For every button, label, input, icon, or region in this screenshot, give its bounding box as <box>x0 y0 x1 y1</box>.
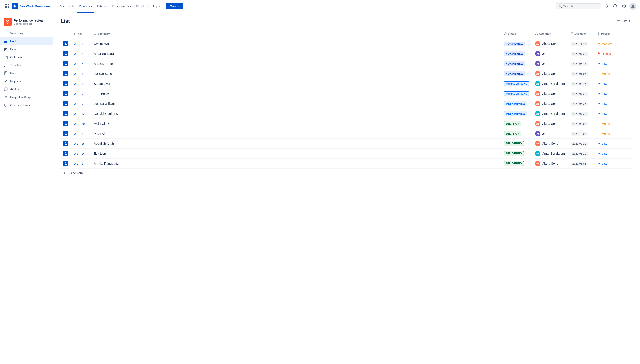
cell-summary[interactable]: Stefanie Auer <box>91 79 501 89</box>
cell-summary[interactable]: Jie Yan Song <box>91 69 501 79</box>
status-badge[interactable]: DECISION <box>504 121 521 126</box>
cell-key[interactable]: WDP-12 <box>71 109 91 119</box>
issue-key[interactable]: WDP-7 <box>74 62 83 66</box>
grid-icon[interactable] <box>4 3 10 9</box>
cell-priority[interactable]: Low <box>595 99 621 109</box>
nav-apps[interactable]: Apps ▾ <box>150 3 164 9</box>
cell-assignee[interactable]: AS Alana Song <box>532 159 568 169</box>
create-button[interactable]: Create <box>166 3 183 9</box>
cell-status[interactable]: FOR REVIEW <box>501 39 532 49</box>
cell-status[interactable]: MANAGER REV... <box>501 79 532 89</box>
cell-summary[interactable]: Donald Stephens <box>91 109 501 119</box>
issue-key[interactable]: WDP-16 <box>74 152 85 155</box>
nav-dashboards[interactable]: Dashboards ▾ <box>110 3 133 9</box>
cell-duedate[interactable]: 2021-01-05 <box>568 69 595 79</box>
cell-summary[interactable]: Amar Sundaram <box>91 49 501 59</box>
nav-filters[interactable]: Filters ▾ <box>95 3 110 9</box>
cell-assignee[interactable]: AS Alana Song <box>532 69 568 79</box>
cell-summary[interactable]: Phan Kim <box>91 129 501 139</box>
cell-priority[interactable]: Low <box>595 89 621 99</box>
issue-key[interactable]: WDP-10 <box>74 122 85 126</box>
cell-assignee[interactable]: AS Alana Song <box>532 99 568 109</box>
user-avatar[interactable] <box>629 3 636 10</box>
status-badge[interactable]: FOR REVIEW <box>504 42 525 46</box>
cell-summary[interactable]: Andres Ramos <box>91 59 501 69</box>
cell-duedate[interactable]: 2021-09-13 <box>568 139 595 149</box>
settings-button[interactable] <box>620 3 627 10</box>
cell-status[interactable]: FOR REVIEW <box>501 69 532 79</box>
cell-status[interactable]: DECISION <box>501 119 532 129</box>
cell-key[interactable]: WDP-9 <box>71 89 91 99</box>
cell-priority[interactable]: Low <box>595 159 621 169</box>
cell-duedate[interactable]: 2021-07-24 <box>568 49 595 59</box>
cell-key[interactable]: WDP-8 <box>71 69 91 79</box>
cell-duedate[interactable]: 2021-07-23 <box>568 109 595 119</box>
col-header-summary[interactable]: Summary <box>91 29 501 39</box>
cell-summary[interactable]: Abdullah Ibrahim <box>91 139 501 149</box>
col-header-duedate[interactable]: Due date <box>568 29 595 39</box>
cell-key[interactable]: WDP-17 <box>71 159 91 169</box>
cell-assignee[interactable]: AS Amar Sundaram <box>532 149 568 159</box>
cell-duedate[interactable]: 2021-03-15 <box>568 79 595 89</box>
cell-priority[interactable]: Highest <box>595 49 621 59</box>
cell-summary[interactable]: Molly Clark <box>91 119 501 129</box>
issue-key[interactable]: WDP-12 <box>74 112 85 116</box>
sidebar-item-timeline[interactable]: Timeline <box>0 61 53 69</box>
issue-key[interactable]: WDP-15 <box>74 142 85 146</box>
nav-people[interactable]: People ▾ <box>134 3 150 9</box>
cell-assignee[interactable]: JY Jie Yan <box>532 49 568 59</box>
issue-key[interactable]: WDP-8 <box>74 72 83 76</box>
sidebar-item-list[interactable]: List <box>0 37 53 45</box>
cell-duedate[interactable]: 2021-01-10 <box>568 149 595 159</box>
issue-key[interactable]: WDP-9 <box>74 102 83 106</box>
cell-status[interactable]: DELIVERED <box>501 139 532 149</box>
cell-priority[interactable]: Medium <box>595 39 621 49</box>
status-badge[interactable]: PEER REVIEW <box>504 111 527 116</box>
cell-status[interactable]: MANAGER REV... <box>501 89 532 99</box>
cell-priority[interactable]: Medium <box>595 69 621 79</box>
cell-duedate[interactable]: 2021-10-03 <box>568 129 595 139</box>
issue-key[interactable]: WDP-2 <box>74 52 83 56</box>
sidebar-item-add-item[interactable]: Add item <box>0 85 53 93</box>
cell-priority[interactable]: Low <box>595 79 621 89</box>
cell-summary[interactable]: Fran Perez <box>91 89 501 99</box>
add-column-button[interactable]: + <box>624 31 630 37</box>
cell-key[interactable]: WDP-9 <box>71 99 91 109</box>
sidebar-item-board[interactable]: Board <box>0 45 53 53</box>
jira-logo[interactable]: Jira Work Management <box>12 3 54 9</box>
cell-key[interactable]: WDP-1 <box>71 39 91 49</box>
nav-your-work[interactable]: Your work <box>58 3 76 9</box>
cell-duedate[interactable]: 2021-03-03 <box>568 119 595 129</box>
cell-key[interactable]: WDP-11 <box>71 129 91 139</box>
add-item-row[interactable]: + Add item <box>60 169 633 178</box>
status-badge[interactable]: FOR REVIEW <box>504 72 525 76</box>
cell-assignee[interactable]: AS Alana Song <box>532 39 568 49</box>
cell-status[interactable]: FOR REVIEW <box>501 49 532 59</box>
issue-key[interactable]: WDP-11 <box>74 132 85 136</box>
cell-key[interactable]: WDP-14 <box>71 79 91 89</box>
sidebar-item-calendar[interactable]: Calendar <box>0 53 53 61</box>
cell-key[interactable]: WDP-2 <box>71 49 91 59</box>
cell-status[interactable]: PEER REVIEW <box>501 99 532 109</box>
cell-priority[interactable]: Medium <box>595 129 621 139</box>
cell-assignee[interactable]: AS Alana Song <box>532 139 568 149</box>
sidebar-item-project-settings[interactable]: Project settings <box>0 93 53 101</box>
issue-key[interactable]: WDP-17 <box>74 162 85 165</box>
cell-status[interactable]: DELIVERED <box>501 149 532 159</box>
cell-assignee[interactable]: AS Alana Song <box>532 89 568 99</box>
cell-status[interactable]: FOR REVIEW <box>501 59 532 69</box>
cell-priority[interactable]: Low <box>595 149 621 159</box>
col-header-add[interactable]: + <box>621 29 633 39</box>
status-badge[interactable]: FOR REVIEW <box>504 62 525 66</box>
cell-key[interactable]: WDP-10 <box>71 119 91 129</box>
cell-duedate[interactable]: 2021-11-14 <box>568 39 595 49</box>
status-badge[interactable]: DECISION <box>504 131 521 136</box>
cell-duedate[interactable]: 2021-06-01 <box>568 159 595 169</box>
cell-key[interactable]: WDP-7 <box>71 59 91 69</box>
cell-assignee[interactable]: JY Jie Yan <box>532 129 568 139</box>
status-badge[interactable]: FOR REVIEW <box>504 52 525 56</box>
sidebar-item-reports[interactable]: Reports <box>0 77 53 85</box>
status-badge[interactable]: MANAGER REV... <box>504 92 529 96</box>
cell-summary[interactable]: Annika Rangarajan <box>91 159 501 169</box>
search-input[interactable] <box>563 4 594 8</box>
